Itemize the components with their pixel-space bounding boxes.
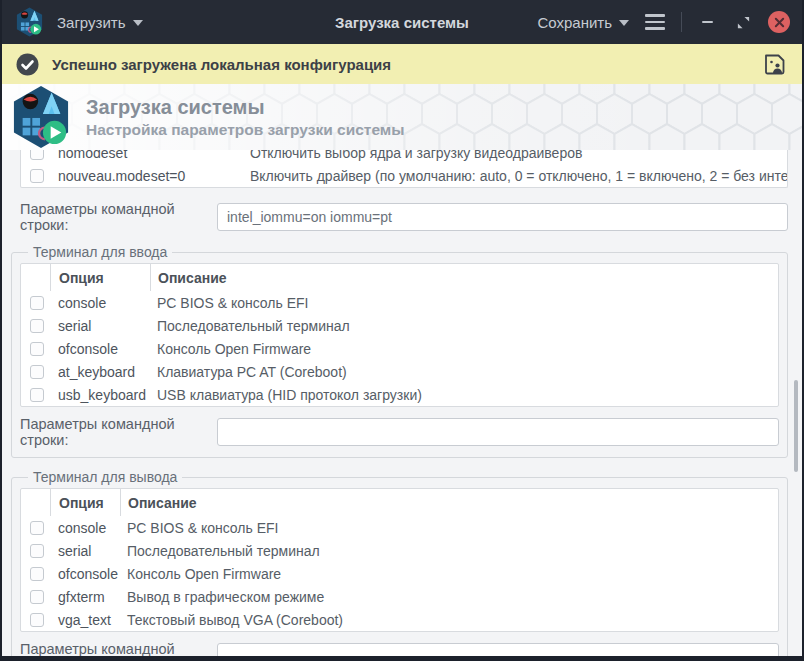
option-description: Отключить выбор ядра и загрузку видеодра… xyxy=(243,150,787,164)
save-menu-button[interactable]: Сохранить xyxy=(537,14,629,31)
kernel-params-table-clip: nomodeset Отключить выбор ядра и загрузк… xyxy=(20,150,788,192)
success-check-icon xyxy=(16,53,39,76)
row-checkbox[interactable] xyxy=(30,365,44,379)
row-checkbox[interactable] xyxy=(30,613,44,627)
load-menu-button[interactable]: Загрузить xyxy=(57,14,143,31)
restore-button[interactable] xyxy=(732,11,754,33)
option-description: Клавиатура PC AT (Coreboot) xyxy=(150,360,778,383)
floppy-user-icon xyxy=(761,51,788,78)
table-row[interactable]: nomodeset Отключить выбор ядра и загрузк… xyxy=(21,150,787,164)
table-row[interactable]: nouveau.modeset=0 Включить драйвер (по у… xyxy=(21,164,787,187)
output-terminal-section: Терминал для вывода Опция Описание conso… xyxy=(11,469,788,656)
option-label: console xyxy=(50,516,120,539)
row-checkbox[interactable] xyxy=(30,319,44,333)
option-description: Последовательный терминал xyxy=(150,314,778,337)
option-description: PC BIOS & консоль EFI xyxy=(120,516,778,539)
row-checkbox[interactable] xyxy=(30,388,44,402)
cmdline-row: Параметры командной строки: xyxy=(20,201,788,233)
option-label: serial xyxy=(50,539,120,562)
table-row[interactable]: ofconsole Консоль Open Firmware xyxy=(21,562,778,585)
input-terminal-cmdline-input[interactable] xyxy=(217,418,779,446)
table-row[interactable]: usb_keyboard USB клавиатура (HID протоко… xyxy=(21,383,778,406)
table-header-row: Опция Описание xyxy=(21,489,778,516)
input-terminal-legend: Терминал для ввода xyxy=(28,244,172,260)
option-label: ofconsole xyxy=(50,562,120,585)
option-label: nouveau.modeset=0 xyxy=(50,164,243,187)
titlebar: Загрузить Загрузка системы Сохранить xyxy=(2,0,802,44)
option-description: Консоль Open Firmware xyxy=(150,337,778,360)
option-description: USB клавиатура (HID протокол загрузки) xyxy=(150,383,778,406)
column-header-description: Описание xyxy=(150,264,778,291)
table-row[interactable]: gfxterm Вывод в графическом режиме xyxy=(21,585,778,608)
table-row[interactable]: serial Последовательный терминал xyxy=(21,539,778,562)
cmdline-label: Параметры командной строки: xyxy=(20,416,217,448)
chevron-down-icon xyxy=(619,20,629,26)
column-header-option: Опция xyxy=(50,489,120,516)
hamburger-icon xyxy=(645,14,665,17)
option-label: serial xyxy=(50,314,150,337)
option-description: Последовательный терминал xyxy=(120,539,778,562)
output-terminal-table: Опция Описание console PC BIOS & консоль… xyxy=(20,488,779,632)
close-icon xyxy=(774,17,785,28)
table-row[interactable]: vga_text Текстовый вывод VGA (Coreboot) xyxy=(21,608,778,631)
row-checkbox[interactable] xyxy=(30,342,44,356)
row-checkbox[interactable] xyxy=(30,296,44,310)
banner-app-icon xyxy=(12,85,70,149)
restore-icon xyxy=(736,15,751,30)
table-row[interactable]: at_keyboard Клавиатура PC AT (Coreboot) xyxy=(21,360,778,383)
option-label: gfxterm xyxy=(50,585,120,608)
row-checkbox[interactable] xyxy=(30,150,44,160)
scrollbar-thumb[interactable] xyxy=(794,380,798,472)
row-checkbox[interactable] xyxy=(30,567,44,581)
cmdline-label: Параметры командной строки: xyxy=(20,201,217,233)
option-label: usb_keyboard xyxy=(50,383,150,406)
row-checkbox[interactable] xyxy=(30,169,44,183)
notification-message: Успешно загружена локальная конфигурация xyxy=(52,56,748,73)
table-row[interactable]: serial Последовательный терминал xyxy=(21,314,778,337)
option-label: ofconsole xyxy=(50,337,150,360)
option-label: nomodeset xyxy=(50,150,243,164)
page-header: Загрузка системы Настройка параметров за… xyxy=(2,84,802,150)
column-header-option: Опция xyxy=(50,264,150,291)
load-menu-label: Загрузить xyxy=(57,14,126,31)
option-label: console xyxy=(50,291,150,314)
kernel-params-section: nomodeset Отключить выбор ядра и загрузк… xyxy=(11,150,788,233)
app-icon xyxy=(16,7,43,37)
row-checkbox[interactable] xyxy=(30,544,44,558)
table-row[interactable]: console PC BIOS & консоль EFI xyxy=(21,516,778,539)
titlebar-separator xyxy=(681,12,682,32)
kernel-cmdline-input[interactable] xyxy=(217,203,788,231)
cmdline-row: Параметры командной строки: xyxy=(20,416,779,448)
option-description: Включить драйвер (по умолчанию: auto, 0 … xyxy=(243,164,787,187)
option-label: at_keyboard xyxy=(50,360,150,383)
row-checkbox[interactable] xyxy=(30,590,44,604)
table-header-row: Опция Описание xyxy=(21,264,778,291)
page-subtitle: Настройка параметров загрузки системы xyxy=(86,121,405,139)
notification-bar: Успешно загружена локальная конфигурация xyxy=(2,44,802,84)
app-window: Загрузить Загрузка системы Сохранить xyxy=(0,0,804,661)
window-bottom-edge xyxy=(2,656,802,661)
main-content: nomodeset Отключить выбор ядра и загрузк… xyxy=(2,150,802,656)
output-terminal-legend: Терминал для вывода xyxy=(28,469,182,485)
save-config-button[interactable] xyxy=(761,51,788,78)
row-checkbox[interactable] xyxy=(30,521,44,535)
input-terminal-table: Опция Описание console PC BIOS & консоль… xyxy=(20,263,779,407)
option-label: vga_text xyxy=(50,608,120,631)
table-row[interactable]: console PC BIOS & консоль EFI xyxy=(21,291,778,314)
option-description: Текстовый вывод VGA (Coreboot) xyxy=(120,608,778,631)
minimize-button[interactable] xyxy=(696,11,718,33)
output-terminal-cmdline-input[interactable] xyxy=(217,643,779,656)
option-description: Вывод в графическом режиме xyxy=(120,585,778,608)
cmdline-row: Параметры командной строки: xyxy=(20,641,779,656)
table-row[interactable]: ofconsole Консоль Open Firmware xyxy=(21,337,778,360)
menu-button[interactable] xyxy=(643,10,667,34)
chevron-down-icon xyxy=(133,20,143,26)
option-description: PC BIOS & консоль EFI xyxy=(150,291,778,314)
input-terminal-section: Терминал для ввода Опция Описание consol… xyxy=(11,244,788,458)
cmdline-label: Параметры командной строки: xyxy=(20,641,217,656)
column-header-description: Описание xyxy=(120,489,778,516)
minimize-icon xyxy=(702,21,713,24)
page-title: Загрузка системы xyxy=(86,96,405,119)
option-description: Консоль Open Firmware xyxy=(120,562,778,585)
close-button[interactable] xyxy=(768,11,790,33)
